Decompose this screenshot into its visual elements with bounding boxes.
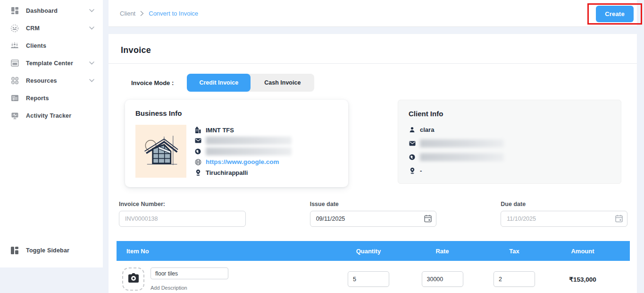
sidebar-item-label: Activity Tracker (26, 112, 71, 119)
toggle-sidebar-button[interactable]: Toggle Sidebar (0, 241, 103, 259)
invoice-fields-row: Invoice Number: Issue date Due date (119, 201, 627, 227)
column-header-item-no: Item No (117, 248, 331, 255)
business-location-row: Tiruchirappalli (194, 168, 338, 177)
camera-icon (127, 273, 140, 285)
invoice-panel: Invoice Invoice Mode : Credit Invoice Ca… (109, 34, 637, 293)
business-email-row (194, 137, 338, 145)
client-name-row: clara (409, 125, 611, 134)
invoice-number-input[interactable] (119, 211, 246, 227)
amount-value: ₹153,000 (550, 276, 616, 283)
crm-icon (10, 24, 19, 33)
invoice-number-label: Invoice Number: (119, 201, 246, 207)
sidebar-item-dashboard[interactable]: Dashboard (0, 2, 103, 19)
cash-invoice-button[interactable]: Cash Invoice (251, 74, 314, 92)
mail-icon (194, 138, 201, 143)
building-icon (194, 127, 201, 133)
redacted-email (206, 137, 292, 145)
quantity-input[interactable] (348, 271, 389, 287)
create-button[interactable]: Create (596, 6, 634, 22)
sidebar-item-label: Resources (26, 78, 57, 84)
client-location-row: - (409, 166, 611, 175)
table-row: Add Description ₹153,000 (117, 261, 630, 293)
add-description-link[interactable]: Add Description (151, 285, 228, 291)
chevron-down-icon (89, 9, 94, 12)
calendar-icon[interactable] (615, 215, 623, 224)
mail-icon (409, 141, 416, 146)
business-website-row: https://www.google.com (194, 158, 338, 166)
column-header-rate: Rate (406, 248, 479, 255)
column-header-amount: Amount (550, 248, 616, 255)
business-website-link[interactable]: https://www.google.com (206, 158, 279, 165)
client-name: clara (420, 126, 434, 133)
redacted-phone (206, 147, 292, 155)
client-info-card: Client Info clara - (398, 100, 621, 184)
item-image-upload[interactable] (122, 267, 144, 291)
client-location: - (420, 167, 422, 174)
due-date-field: Due date (501, 201, 627, 227)
sidebar-item-label: Template Center (26, 60, 73, 67)
redacted-email (420, 139, 504, 147)
phone-icon (194, 148, 201, 155)
resources-icon (10, 77, 19, 85)
business-logo (135, 125, 186, 178)
chevron-down-icon (89, 79, 94, 82)
business-name: IMNT TFS (206, 127, 234, 134)
due-date-label: Due date (501, 201, 627, 207)
invoice-number-field: Invoice Number: (119, 201, 246, 227)
sidebar-item-label: Clients (26, 43, 46, 49)
invoice-mode-row: Invoice Mode : Credit Invoice Cash Invoi… (131, 74, 637, 92)
toggle-sidebar-icon (10, 246, 19, 255)
sidebar-item-clients[interactable]: Clients (0, 37, 103, 54)
sidebar: Dashboard CRM Clients Template Center Re… (0, 0, 103, 267)
location-icon (194, 169, 201, 176)
sidebar-item-crm[interactable]: CRM (0, 19, 103, 37)
chevron-down-icon (89, 26, 94, 30)
person-icon (409, 127, 416, 133)
breadcrumb-client[interactable]: Client (120, 10, 135, 17)
info-cards-row: Business Info (125, 100, 621, 187)
dashboard-icon (10, 7, 19, 15)
template-center-icon (10, 59, 19, 68)
credit-invoice-button[interactable]: Credit Invoice (187, 74, 251, 92)
redacted-phone (420, 153, 504, 161)
tax-input[interactable] (493, 271, 535, 287)
topbar: Client Convert to Invoice Create (109, 0, 637, 27)
breadcrumb: Client Convert to Invoice (120, 10, 198, 17)
sidebar-item-activity-tracker[interactable]: Activity Tracker (0, 107, 103, 124)
rate-input[interactable] (422, 271, 463, 287)
sidebar-item-label: CRM (26, 25, 40, 32)
due-date-input[interactable] (501, 211, 627, 227)
table-header: Item No Quantity Rate Tax Amount (117, 241, 630, 261)
issue-date-field: Issue date (310, 201, 437, 227)
annotation-highlight-box: Create (587, 3, 642, 25)
issue-date-input[interactable] (310, 211, 437, 227)
sidebar-item-resources[interactable]: Resources (0, 72, 103, 89)
activity-tracker-icon (10, 112, 19, 120)
client-email-row (409, 139, 611, 147)
invoice-mode-label: Invoice Mode : (131, 79, 174, 86)
breadcrumb-convert-to-invoice[interactable]: Convert to Invoice (149, 10, 198, 17)
phone-icon (409, 154, 416, 160)
location-icon (409, 167, 416, 174)
invoice-mode-toggle: Credit Invoice Cash Invoice (187, 74, 314, 92)
toggle-sidebar-label: Toggle Sidebar (26, 247, 69, 254)
invoice-items-table: Item No Quantity Rate Tax Amount Add Des… (117, 241, 630, 293)
column-header-tax: Tax (479, 248, 550, 255)
sidebar-item-label: Dashboard (26, 8, 58, 14)
business-location: Tiruchirappalli (206, 169, 248, 176)
clients-icon (10, 42, 19, 50)
business-info-card: Business Info (125, 100, 348, 187)
item-name-input[interactable] (151, 267, 228, 279)
chevron-down-icon (89, 61, 94, 65)
reports-icon (10, 94, 19, 103)
sidebar-item-template-center[interactable]: Template Center (0, 54, 103, 72)
globe-icon (194, 159, 201, 165)
calendar-icon[interactable] (424, 215, 432, 224)
sidebar-item-reports[interactable]: Reports (0, 89, 103, 107)
sidebar-item-label: Reports (26, 95, 49, 102)
issue-date-label: Issue date (310, 201, 437, 207)
business-info-title: Business Info (135, 109, 338, 117)
business-name-row: IMNT TFS (194, 126, 338, 134)
business-phone-row (194, 147, 338, 155)
building-illustration (141, 131, 181, 172)
